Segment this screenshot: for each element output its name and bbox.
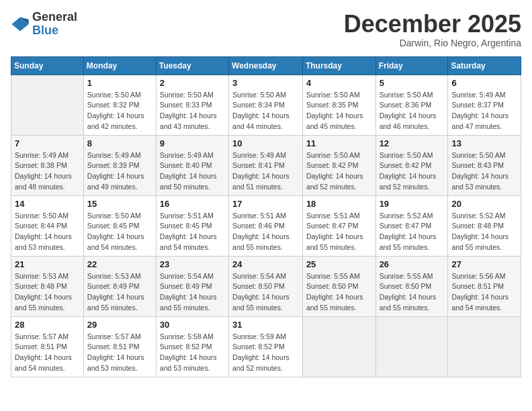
calendar-cell: 28Sunrise: 5:57 AMSunset: 8:51 PMDayligh… [11, 316, 84, 377]
calendar-cell: 15Sunrise: 5:50 AMSunset: 8:45 PMDayligh… [83, 195, 156, 256]
calendar-cell [11, 75, 84, 135]
calendar-cell: 26Sunrise: 5:55 AMSunset: 8:50 PMDayligh… [375, 256, 448, 316]
day-detail: Sunrise: 5:51 AMSunset: 8:47 PMDaylight:… [306, 211, 372, 253]
calendar-cell: 14Sunrise: 5:50 AMSunset: 8:44 PMDayligh… [11, 195, 84, 256]
day-detail: Sunrise: 5:57 AMSunset: 8:51 PMDaylight:… [15, 332, 80, 374]
day-detail: Sunrise: 5:50 AMSunset: 8:45 PMDaylight:… [87, 211, 152, 253]
calendar-week-row: 21Sunrise: 5:53 AMSunset: 8:48 PMDayligh… [11, 256, 521, 316]
logo-blue-text: Blue [32, 24, 58, 37]
day-number: 23 [160, 259, 225, 269]
day-detail: Sunrise: 5:55 AMSunset: 8:50 PMDaylight:… [380, 271, 445, 314]
day-number: 17 [232, 199, 299, 209]
day-detail: Sunrise: 5:49 AMSunset: 8:37 PMDaylight:… [451, 90, 517, 132]
day-number: 11 [306, 138, 372, 148]
calendar-cell: 5Sunrise: 5:50 AMSunset: 8:36 PMDaylight… [375, 75, 448, 135]
calendar-cell: 8Sunrise: 5:49 AMSunset: 8:39 PMDaylight… [83, 135, 156, 195]
day-number: 8 [87, 138, 152, 148]
weekday-header: Sunday [11, 56, 84, 75]
day-number: 21 [15, 259, 80, 269]
month-title: December 2025 [344, 11, 521, 38]
calendar-cell: 23Sunrise: 5:54 AMSunset: 8:49 PMDayligh… [156, 256, 228, 316]
calendar-cell: 17Sunrise: 5:51 AMSunset: 8:46 PMDayligh… [229, 195, 303, 256]
day-number: 24 [232, 259, 299, 269]
calendar-cell: 3Sunrise: 5:50 AMSunset: 8:34 PMDaylight… [229, 75, 303, 135]
calendar-cell: 9Sunrise: 5:49 AMSunset: 8:40 PMDaylight… [156, 135, 228, 195]
day-number: 20 [451, 199, 517, 209]
day-detail: Sunrise: 5:54 AMSunset: 8:49 PMDaylight:… [160, 271, 225, 314]
day-number: 27 [451, 259, 517, 269]
day-detail: Sunrise: 5:50 AMSunset: 8:35 PMDaylight:… [306, 90, 372, 132]
title-block: December 2025 Darwin, Rio Negro, Argenti… [344, 11, 521, 48]
calendar-week-row: 28Sunrise: 5:57 AMSunset: 8:51 PMDayligh… [11, 316, 521, 377]
day-number: 14 [15, 199, 80, 209]
calendar-cell: 10Sunrise: 5:49 AMSunset: 8:41 PMDayligh… [229, 135, 303, 195]
day-detail: Sunrise: 5:49 AMSunset: 8:38 PMDaylight:… [15, 150, 80, 193]
calendar-cell: 7Sunrise: 5:49 AMSunset: 8:38 PMDaylight… [11, 135, 84, 195]
calendar-cell: 16Sunrise: 5:51 AMSunset: 8:45 PMDayligh… [156, 195, 228, 256]
day-number: 5 [380, 78, 445, 88]
day-number: 19 [380, 199, 445, 209]
calendar-cell: 18Sunrise: 5:51 AMSunset: 8:47 PMDayligh… [302, 195, 375, 256]
day-number: 30 [160, 320, 225, 330]
day-number: 31 [232, 320, 299, 330]
day-detail: Sunrise: 5:52 AMSunset: 8:48 PMDaylight:… [451, 211, 517, 253]
day-detail: Sunrise: 5:53 AMSunset: 8:48 PMDaylight:… [15, 271, 80, 314]
day-detail: Sunrise: 5:50 AMSunset: 8:42 PMDaylight:… [380, 150, 445, 193]
weekday-header: Thursday [302, 56, 375, 75]
calendar-cell: 27Sunrise: 5:56 AMSunset: 8:51 PMDayligh… [448, 256, 521, 316]
weekday-header: Friday [375, 56, 448, 75]
day-detail: Sunrise: 5:59 AMSunset: 8:52 PMDaylight:… [232, 332, 299, 374]
day-number: 4 [306, 78, 372, 88]
weekday-header: Monday [83, 56, 156, 75]
day-detail: Sunrise: 5:50 AMSunset: 8:36 PMDaylight:… [380, 90, 445, 132]
weekday-header: Saturday [448, 56, 521, 75]
calendar-table: SundayMondayTuesdayWednesdayThursdayFrid… [11, 56, 521, 377]
day-number: 9 [160, 138, 225, 148]
day-detail: Sunrise: 5:50 AMSunset: 8:33 PMDaylight:… [160, 90, 225, 132]
day-detail: Sunrise: 5:49 AMSunset: 8:41 PMDaylight:… [232, 150, 299, 193]
location-text: Darwin, Rio Negro, Argentina [344, 38, 521, 48]
day-detail: Sunrise: 5:51 AMSunset: 8:46 PMDaylight:… [232, 211, 299, 253]
weekday-header: Wednesday [229, 56, 303, 75]
day-number: 7 [15, 138, 80, 148]
day-detail: Sunrise: 5:57 AMSunset: 8:51 PMDaylight:… [87, 332, 152, 374]
calendar-cell: 21Sunrise: 5:53 AMSunset: 8:48 PMDayligh… [11, 256, 84, 316]
calendar-cell [302, 316, 375, 377]
calendar-cell [448, 316, 521, 377]
page-header: General Blue December 2025 Darwin, Rio N… [11, 11, 521, 48]
day-number: 26 [380, 259, 445, 269]
day-number: 2 [160, 78, 225, 88]
day-detail: Sunrise: 5:58 AMSunset: 8:52 PMDaylight:… [160, 332, 225, 374]
day-detail: Sunrise: 5:49 AMSunset: 8:40 PMDaylight:… [160, 150, 225, 193]
calendar-week-row: 1Sunrise: 5:50 AMSunset: 8:32 PMDaylight… [11, 75, 521, 135]
day-detail: Sunrise: 5:50 AMSunset: 8:32 PMDaylight:… [87, 90, 152, 132]
day-number: 3 [232, 78, 299, 88]
day-number: 16 [160, 199, 225, 209]
calendar-cell: 25Sunrise: 5:55 AMSunset: 8:50 PMDayligh… [302, 256, 375, 316]
calendar-cell: 22Sunrise: 5:53 AMSunset: 8:49 PMDayligh… [83, 256, 156, 316]
day-number: 1 [87, 78, 152, 88]
day-number: 12 [380, 138, 445, 148]
calendar-cell: 29Sunrise: 5:57 AMSunset: 8:51 PMDayligh… [83, 316, 156, 377]
day-number: 15 [87, 199, 152, 209]
calendar-cell: 6Sunrise: 5:49 AMSunset: 8:37 PMDaylight… [448, 75, 521, 135]
day-number: 29 [87, 320, 152, 330]
calendar-cell: 19Sunrise: 5:52 AMSunset: 8:47 PMDayligh… [375, 195, 448, 256]
day-detail: Sunrise: 5:54 AMSunset: 8:50 PMDaylight:… [232, 271, 299, 314]
day-detail: Sunrise: 5:49 AMSunset: 8:39 PMDaylight:… [87, 150, 152, 193]
day-detail: Sunrise: 5:53 AMSunset: 8:49 PMDaylight:… [87, 271, 152, 314]
calendar-cell: 12Sunrise: 5:50 AMSunset: 8:42 PMDayligh… [375, 135, 448, 195]
day-detail: Sunrise: 5:55 AMSunset: 8:50 PMDaylight:… [306, 271, 372, 314]
calendar-cell: 20Sunrise: 5:52 AMSunset: 8:48 PMDayligh… [448, 195, 521, 256]
day-number: 28 [15, 320, 80, 330]
weekday-header-row: SundayMondayTuesdayWednesdayThursdayFrid… [11, 56, 521, 75]
calendar-cell: 11Sunrise: 5:50 AMSunset: 8:42 PMDayligh… [302, 135, 375, 195]
calendar-cell: 30Sunrise: 5:58 AMSunset: 8:52 PMDayligh… [156, 316, 228, 377]
calendar-week-row: 7Sunrise: 5:49 AMSunset: 8:38 PMDaylight… [11, 135, 521, 195]
calendar-week-row: 14Sunrise: 5:50 AMSunset: 8:44 PMDayligh… [11, 195, 521, 256]
day-detail: Sunrise: 5:56 AMSunset: 8:51 PMDaylight:… [451, 271, 517, 314]
calendar-cell [375, 316, 448, 377]
calendar-cell: 1Sunrise: 5:50 AMSunset: 8:32 PMDaylight… [83, 75, 156, 135]
calendar-cell: 24Sunrise: 5:54 AMSunset: 8:50 PMDayligh… [229, 256, 303, 316]
calendar-cell: 2Sunrise: 5:50 AMSunset: 8:33 PMDaylight… [156, 75, 228, 135]
